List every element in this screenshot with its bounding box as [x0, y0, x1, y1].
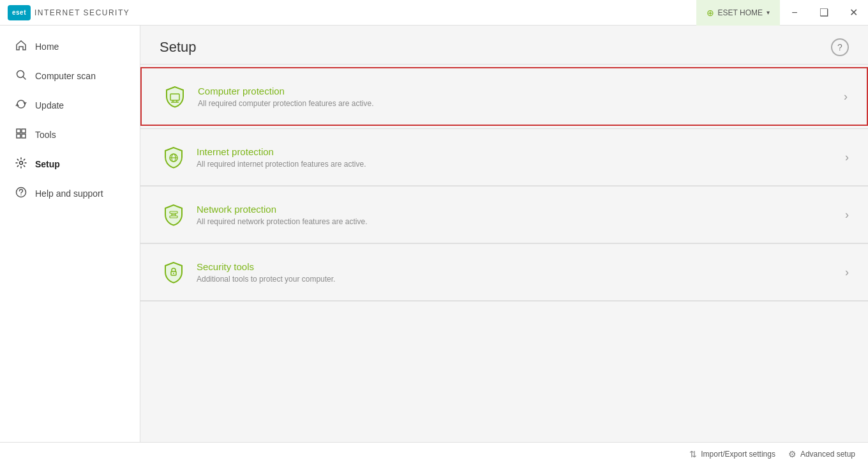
advanced-setup-icon: ⚙ — [788, 449, 797, 459]
logo-text: eset — [12, 9, 26, 16]
home-icon — [15, 40, 27, 54]
chevron-down-icon: ▾ — [767, 9, 770, 16]
divider-4 — [140, 301, 868, 301]
internet-protection-desc: All required internet protection feature… — [197, 160, 839, 169]
computer-protection-desc: All required computer protection feature… — [198, 99, 837, 108]
import-export-button[interactable]: ⇅ Import/Export settings — [689, 449, 775, 459]
help-circle-button[interactable]: ? — [831, 38, 849, 56]
sidebar-item-tools-label: Tools — [35, 130, 56, 140]
footer: ⇅ Import/Export settings ⚙ Advanced setu… — [0, 442, 868, 465]
content-area: Setup ? Computer protec — [140, 26, 868, 442]
computer-protection-title: Computer protection — [198, 86, 837, 96]
titlebar: eset INTERNET SECURITY ⊕ ESET HOME ▾ − ❑… — [0, 0, 868, 26]
svg-rect-2 — [17, 129, 20, 133]
sidebar-item-tools[interactable]: Tools — [0, 120, 140, 149]
app-title: INTERNET SECURITY — [34, 8, 130, 17]
import-export-icon: ⇅ — [689, 449, 697, 459]
security-tools-text: Security tools Additional tools to prote… — [188, 261, 839, 284]
setup-item-security-tools[interactable]: Security tools Additional tools to prote… — [140, 244, 868, 301]
sidebar-item-help-and-support[interactable]: Help and support — [0, 179, 140, 208]
security-tools-title: Security tools — [197, 261, 839, 272]
internet-protection-title: Internet protection — [197, 146, 839, 157]
network-protection-title: Network protection — [197, 204, 839, 215]
eset-home-icon: ⊕ — [707, 8, 714, 18]
advanced-setup-label: Advanced setup — [800, 450, 855, 459]
svg-point-8 — [20, 194, 22, 195]
close-button[interactable]: ✕ — [839, 0, 868, 26]
setup-items-list: Computer protection All required compute… — [140, 65, 868, 442]
eset-home-label: ESET HOME — [718, 8, 763, 17]
help-icon — [15, 187, 27, 201]
maximize-button[interactable]: ❑ — [809, 0, 839, 26]
tools-icon — [15, 128, 27, 142]
advanced-setup-button[interactable]: ⚙ Advanced setup — [788, 449, 855, 459]
sidebar-item-setup[interactable]: Setup — [0, 149, 140, 179]
svg-point-6 — [20, 162, 23, 165]
computer-scan-icon — [15, 69, 27, 83]
sidebar-item-setup-label: Setup — [35, 159, 60, 169]
security-tools-icon — [160, 258, 188, 286]
titlebar-right: ⊕ ESET HOME ▾ − ❑ ✕ — [696, 0, 868, 26]
logo-box: eset — [8, 5, 31, 20]
svg-line-1 — [23, 77, 26, 79]
security-tools-arrow: › — [845, 266, 849, 279]
internet-protection-arrow: › — [845, 151, 849, 164]
setup-item-network-protection[interactable]: Network protection All required network … — [140, 187, 868, 243]
minimize-button[interactable]: − — [780, 0, 809, 26]
svg-rect-3 — [22, 129, 26, 133]
setup-icon — [15, 157, 27, 171]
question-icon: ? — [837, 42, 842, 52]
sidebar-item-update[interactable]: Update — [0, 91, 140, 120]
main-layout: Home Computer scan Update Tools Setup — [0, 26, 868, 442]
sidebar-item-home[interactable]: Home — [0, 32, 140, 61]
titlebar-left: eset INTERNET SECURITY — [8, 5, 130, 20]
sidebar: Home Computer scan Update Tools Setup — [0, 26, 140, 442]
security-tools-desc: Additional tools to protect your compute… — [197, 275, 839, 284]
page-title: Setup — [160, 39, 197, 56]
svg-point-22 — [173, 273, 174, 274]
internet-protection-text: Internet protection All required interne… — [188, 146, 839, 169]
update-icon — [15, 98, 27, 112]
internet-protection-icon — [160, 143, 188, 171]
content-header: Setup ? — [140, 26, 868, 64]
computer-protection-arrow: › — [844, 90, 848, 103]
computer-protection-text: Computer protection All required compute… — [189, 86, 837, 108]
sidebar-item-computer-scan[interactable]: Computer scan — [0, 61, 140, 91]
svg-rect-5 — [22, 134, 26, 138]
eset-home-button[interactable]: ⊕ ESET HOME ▾ — [696, 0, 780, 26]
import-export-label: Import/Export settings — [701, 450, 775, 459]
sidebar-item-home-label: Home — [35, 42, 59, 52]
svg-rect-4 — [17, 134, 20, 138]
sidebar-item-help-label: Help and support — [35, 188, 103, 199]
setup-item-internet-protection[interactable]: Internet protection All required interne… — [140, 129, 868, 186]
computer-protection-icon — [161, 82, 189, 111]
network-protection-arrow: › — [845, 208, 849, 222]
eset-logo: eset INTERNET SECURITY — [8, 5, 130, 20]
sidebar-item-computer-scan-label: Computer scan — [35, 71, 96, 81]
network-protection-text: Network protection All required network … — [188, 204, 839, 226]
network-protection-icon — [160, 201, 188, 229]
setup-item-computer-protection[interactable]: Computer protection All required compute… — [140, 67, 868, 126]
network-protection-desc: All required network protection features… — [197, 217, 839, 226]
sidebar-item-update-label: Update — [35, 100, 64, 111]
